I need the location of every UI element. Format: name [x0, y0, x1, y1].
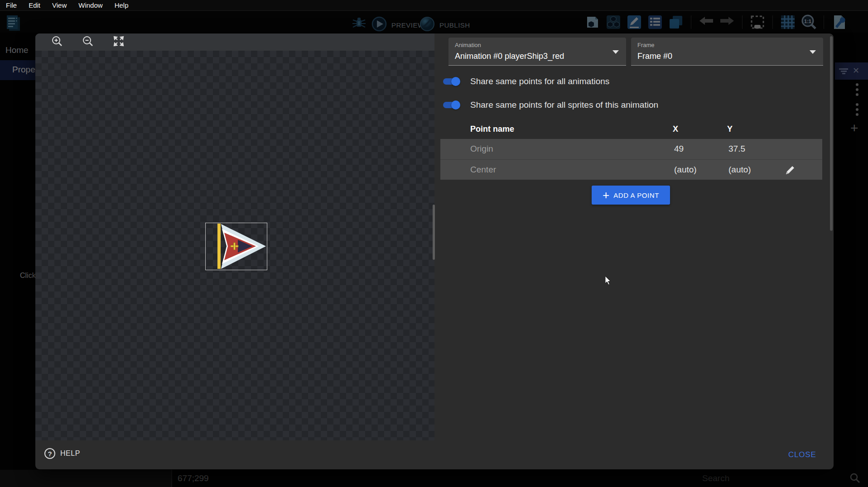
toggle-switch[interactable] — [443, 102, 458, 108]
help-label: HELP — [60, 449, 80, 458]
toggle-switch[interactable] — [443, 78, 458, 85]
menu-help[interactable]: Help — [109, 0, 135, 11]
canvas-scrollbar-thumb[interactable] — [433, 205, 435, 260]
point-name: Center — [470, 165, 496, 175]
close-button[interactable]: CLOSE — [788, 450, 816, 459]
table-row-center[interactable]: Center (auto) (auto) — [440, 159, 822, 180]
menu-window[interactable]: Window — [72, 0, 108, 11]
table-row-origin[interactable]: Origin 49 37.5 — [440, 139, 822, 159]
zoom-out-icon[interactable] — [82, 35, 94, 49]
plus-icon: + — [603, 190, 609, 200]
toggle-label: Share same points for all animations — [470, 76, 609, 86]
fit-to-screen-icon[interactable] — [113, 35, 125, 49]
sprite-selection-box[interactable] — [205, 223, 267, 270]
point-y-value[interactable]: (auto) — [728, 165, 751, 175]
panel-scrollbar-thumb[interactable] — [830, 36, 833, 231]
share-points-animations-toggle-row: Share same points for all animations — [443, 76, 609, 86]
point-name: Origin — [470, 144, 493, 154]
point-y-value[interactable]: 37.5 — [728, 144, 745, 154]
chevron-down-icon — [810, 50, 816, 54]
menu-edit[interactable]: Edit — [23, 0, 46, 11]
chevron-down-icon — [612, 50, 619, 54]
animation-select[interactable]: Animation Animation #0 playerShip3_red — [448, 38, 626, 66]
zoom-in-icon[interactable] — [51, 35, 63, 49]
column-header-point-name: Point name — [470, 124, 514, 134]
menu-view[interactable]: View — [46, 0, 72, 11]
menu-bar: File Edit View Window Help — [0, 0, 868, 11]
frame-select-label: Frame — [637, 42, 655, 48]
frame-select[interactable]: Frame Frame #0 — [631, 38, 823, 66]
edit-pencil-icon[interactable] — [785, 164, 796, 176]
dialog-footer: ? HELP CLOSE — [35, 440, 834, 469]
add-point-button[interactable]: + ADD A POINT — [592, 186, 670, 205]
menu-file[interactable]: File — [0, 0, 23, 11]
animation-select-value: Animation #0 playerShip3_red — [455, 52, 564, 61]
canvas-toolbar — [35, 33, 434, 51]
add-point-label: ADD A POINT — [613, 191, 659, 199]
sprite-canvas[interactable] — [35, 51, 434, 440]
column-header-y: Y — [727, 124, 733, 134]
help-button[interactable]: ? HELP — [44, 448, 80, 459]
toggle-label: Share same points for all sprites of thi… — [470, 100, 658, 110]
player-ship-sprite — [206, 223, 267, 270]
edit-points-dialog: Animation Animation #0 playerShip3_red F… — [35, 33, 834, 469]
mouse-cursor — [605, 276, 612, 287]
frame-select-value: Frame #0 — [637, 52, 672, 61]
animation-select-label: Animation — [455, 42, 481, 48]
point-x-value[interactable]: (auto) — [674, 165, 697, 175]
share-points-sprites-toggle-row: Share same points for all sprites of thi… — [443, 100, 658, 110]
column-header-x: X — [673, 124, 678, 134]
question-mark-icon: ? — [44, 448, 55, 459]
point-x-value[interactable]: 49 — [674, 144, 684, 154]
